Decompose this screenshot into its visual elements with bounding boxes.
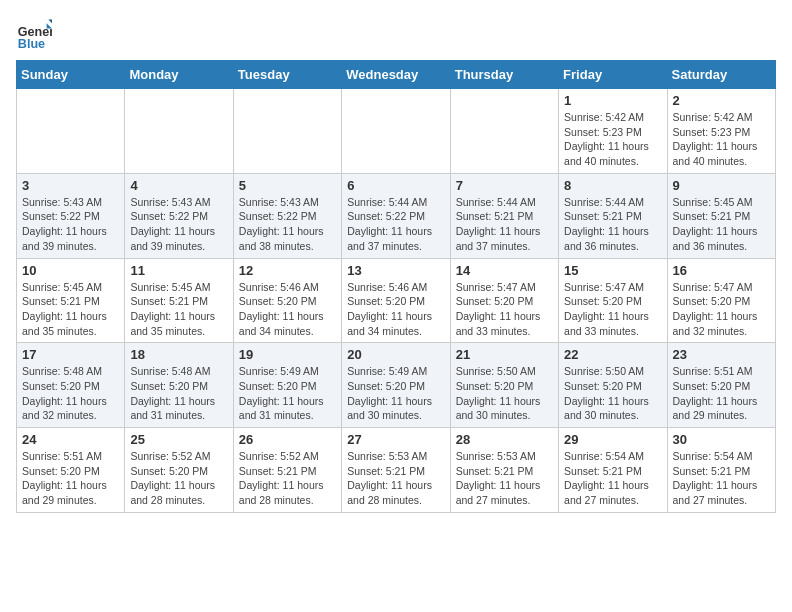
day-number: 19 <box>239 347 336 362</box>
day-info: Sunrise: 5:50 AM Sunset: 5:20 PM Dayligh… <box>564 364 661 423</box>
day-info: Sunrise: 5:51 AM Sunset: 5:20 PM Dayligh… <box>22 449 119 508</box>
day-number: 4 <box>130 178 227 193</box>
logo: General Blue <box>16 16 56 52</box>
day-info: Sunrise: 5:52 AM Sunset: 5:21 PM Dayligh… <box>239 449 336 508</box>
day-number: 9 <box>673 178 770 193</box>
calendar-cell: 9Sunrise: 5:45 AM Sunset: 5:21 PM Daylig… <box>667 173 775 258</box>
day-info: Sunrise: 5:53 AM Sunset: 5:21 PM Dayligh… <box>456 449 553 508</box>
day-info: Sunrise: 5:43 AM Sunset: 5:22 PM Dayligh… <box>130 195 227 254</box>
day-number: 11 <box>130 263 227 278</box>
calendar-cell: 19Sunrise: 5:49 AM Sunset: 5:20 PM Dayli… <box>233 343 341 428</box>
day-number: 6 <box>347 178 444 193</box>
calendar-week-row: 1Sunrise: 5:42 AM Sunset: 5:23 PM Daylig… <box>17 89 776 174</box>
day-number: 21 <box>456 347 553 362</box>
weekday-header-tuesday: Tuesday <box>233 61 341 89</box>
day-number: 22 <box>564 347 661 362</box>
weekday-header-saturday: Saturday <box>667 61 775 89</box>
calendar-cell: 14Sunrise: 5:47 AM Sunset: 5:20 PM Dayli… <box>450 258 558 343</box>
day-info: Sunrise: 5:42 AM Sunset: 5:23 PM Dayligh… <box>564 110 661 169</box>
day-info: Sunrise: 5:48 AM Sunset: 5:20 PM Dayligh… <box>130 364 227 423</box>
day-number: 2 <box>673 93 770 108</box>
day-number: 1 <box>564 93 661 108</box>
day-info: Sunrise: 5:46 AM Sunset: 5:20 PM Dayligh… <box>239 280 336 339</box>
day-number: 7 <box>456 178 553 193</box>
calendar-cell: 1Sunrise: 5:42 AM Sunset: 5:23 PM Daylig… <box>559 89 667 174</box>
calendar-cell: 27Sunrise: 5:53 AM Sunset: 5:21 PM Dayli… <box>342 428 450 513</box>
day-info: Sunrise: 5:49 AM Sunset: 5:20 PM Dayligh… <box>239 364 336 423</box>
calendar-cell: 23Sunrise: 5:51 AM Sunset: 5:20 PM Dayli… <box>667 343 775 428</box>
day-info: Sunrise: 5:45 AM Sunset: 5:21 PM Dayligh… <box>22 280 119 339</box>
day-info: Sunrise: 5:47 AM Sunset: 5:20 PM Dayligh… <box>456 280 553 339</box>
day-info: Sunrise: 5:51 AM Sunset: 5:20 PM Dayligh… <box>673 364 770 423</box>
day-number: 24 <box>22 432 119 447</box>
calendar-cell: 24Sunrise: 5:51 AM Sunset: 5:20 PM Dayli… <box>17 428 125 513</box>
day-info: Sunrise: 5:46 AM Sunset: 5:20 PM Dayligh… <box>347 280 444 339</box>
day-number: 10 <box>22 263 119 278</box>
header: General Blue <box>16 16 776 52</box>
day-number: 14 <box>456 263 553 278</box>
calendar-week-row: 3Sunrise: 5:43 AM Sunset: 5:22 PM Daylig… <box>17 173 776 258</box>
day-number: 12 <box>239 263 336 278</box>
day-info: Sunrise: 5:53 AM Sunset: 5:21 PM Dayligh… <box>347 449 444 508</box>
calendar-cell: 12Sunrise: 5:46 AM Sunset: 5:20 PM Dayli… <box>233 258 341 343</box>
calendar-cell <box>125 89 233 174</box>
calendar-cell <box>342 89 450 174</box>
calendar-cell: 3Sunrise: 5:43 AM Sunset: 5:22 PM Daylig… <box>17 173 125 258</box>
day-info: Sunrise: 5:47 AM Sunset: 5:20 PM Dayligh… <box>673 280 770 339</box>
day-number: 15 <box>564 263 661 278</box>
day-number: 23 <box>673 347 770 362</box>
calendar-cell: 16Sunrise: 5:47 AM Sunset: 5:20 PM Dayli… <box>667 258 775 343</box>
calendar-cell: 18Sunrise: 5:48 AM Sunset: 5:20 PM Dayli… <box>125 343 233 428</box>
calendar-cell: 5Sunrise: 5:43 AM Sunset: 5:22 PM Daylig… <box>233 173 341 258</box>
day-info: Sunrise: 5:43 AM Sunset: 5:22 PM Dayligh… <box>239 195 336 254</box>
calendar-cell: 26Sunrise: 5:52 AM Sunset: 5:21 PM Dayli… <box>233 428 341 513</box>
calendar-week-row: 10Sunrise: 5:45 AM Sunset: 5:21 PM Dayli… <box>17 258 776 343</box>
day-number: 30 <box>673 432 770 447</box>
day-number: 28 <box>456 432 553 447</box>
calendar-cell: 6Sunrise: 5:44 AM Sunset: 5:22 PM Daylig… <box>342 173 450 258</box>
day-info: Sunrise: 5:48 AM Sunset: 5:20 PM Dayligh… <box>22 364 119 423</box>
calendar-cell: 29Sunrise: 5:54 AM Sunset: 5:21 PM Dayli… <box>559 428 667 513</box>
day-info: Sunrise: 5:50 AM Sunset: 5:20 PM Dayligh… <box>456 364 553 423</box>
day-number: 3 <box>22 178 119 193</box>
day-number: 25 <box>130 432 227 447</box>
day-info: Sunrise: 5:54 AM Sunset: 5:21 PM Dayligh… <box>673 449 770 508</box>
calendar-cell: 10Sunrise: 5:45 AM Sunset: 5:21 PM Dayli… <box>17 258 125 343</box>
day-number: 8 <box>564 178 661 193</box>
logo-icon: General Blue <box>16 16 52 52</box>
calendar-week-row: 24Sunrise: 5:51 AM Sunset: 5:20 PM Dayli… <box>17 428 776 513</box>
day-number: 17 <box>22 347 119 362</box>
calendar-cell: 13Sunrise: 5:46 AM Sunset: 5:20 PM Dayli… <box>342 258 450 343</box>
day-info: Sunrise: 5:42 AM Sunset: 5:23 PM Dayligh… <box>673 110 770 169</box>
calendar-cell: 7Sunrise: 5:44 AM Sunset: 5:21 PM Daylig… <box>450 173 558 258</box>
calendar-cell <box>17 89 125 174</box>
day-number: 16 <box>673 263 770 278</box>
weekday-header-thursday: Thursday <box>450 61 558 89</box>
day-number: 29 <box>564 432 661 447</box>
calendar-cell: 30Sunrise: 5:54 AM Sunset: 5:21 PM Dayli… <box>667 428 775 513</box>
calendar-cell: 25Sunrise: 5:52 AM Sunset: 5:20 PM Dayli… <box>125 428 233 513</box>
weekday-header-monday: Monday <box>125 61 233 89</box>
weekday-header-sunday: Sunday <box>17 61 125 89</box>
day-info: Sunrise: 5:47 AM Sunset: 5:20 PM Dayligh… <box>564 280 661 339</box>
weekday-header-row: SundayMondayTuesdayWednesdayThursdayFrid… <box>17 61 776 89</box>
day-info: Sunrise: 5:44 AM Sunset: 5:22 PM Dayligh… <box>347 195 444 254</box>
weekday-header-wednesday: Wednesday <box>342 61 450 89</box>
calendar-cell: 11Sunrise: 5:45 AM Sunset: 5:21 PM Dayli… <box>125 258 233 343</box>
day-number: 13 <box>347 263 444 278</box>
calendar-cell: 22Sunrise: 5:50 AM Sunset: 5:20 PM Dayli… <box>559 343 667 428</box>
calendar-cell <box>450 89 558 174</box>
day-number: 5 <box>239 178 336 193</box>
calendar-cell <box>233 89 341 174</box>
day-number: 27 <box>347 432 444 447</box>
day-number: 20 <box>347 347 444 362</box>
day-info: Sunrise: 5:45 AM Sunset: 5:21 PM Dayligh… <box>130 280 227 339</box>
calendar-week-row: 17Sunrise: 5:48 AM Sunset: 5:20 PM Dayli… <box>17 343 776 428</box>
weekday-header-friday: Friday <box>559 61 667 89</box>
calendar-table: SundayMondayTuesdayWednesdayThursdayFrid… <box>16 60 776 513</box>
day-info: Sunrise: 5:44 AM Sunset: 5:21 PM Dayligh… <box>564 195 661 254</box>
calendar-cell: 8Sunrise: 5:44 AM Sunset: 5:21 PM Daylig… <box>559 173 667 258</box>
day-info: Sunrise: 5:52 AM Sunset: 5:20 PM Dayligh… <box>130 449 227 508</box>
day-number: 18 <box>130 347 227 362</box>
calendar-cell: 21Sunrise: 5:50 AM Sunset: 5:20 PM Dayli… <box>450 343 558 428</box>
